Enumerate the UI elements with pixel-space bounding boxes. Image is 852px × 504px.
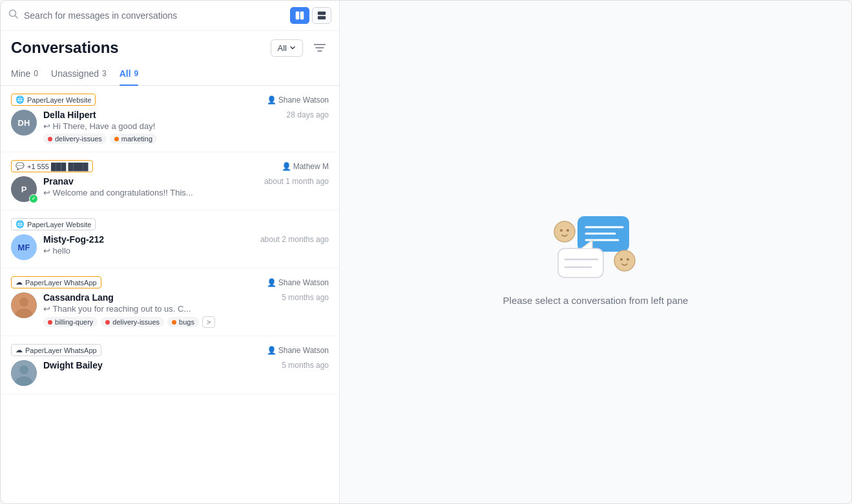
- svg-point-26: [620, 258, 623, 261]
- tab-all[interactable]: All 9: [119, 62, 139, 85]
- avatar: MF: [11, 234, 37, 260]
- message-preview: ↩ Hi There, Have a good day!: [43, 121, 329, 131]
- search-input[interactable]: Search for messages in conversations: [24, 10, 285, 21]
- agent-name: Mathew M: [293, 162, 329, 171]
- contact-name: Pranav: [43, 176, 74, 186]
- tag: marketing: [110, 134, 157, 144]
- conversation-meta-top: ☁ PaperLayer WhatsApp 👤 Shane Watson: [11, 276, 329, 288]
- message-preview: ↩ Welcome and congratulations!! This...: [43, 188, 329, 197]
- source-icon: 🌐: [16, 220, 25, 228]
- avatar: DH: [11, 110, 37, 136]
- conversation-body: Cassandra Lang 5 months ago ↩ Thank you …: [11, 292, 329, 328]
- name-row: Dwight Bailey 5 months ago: [43, 360, 329, 370]
- split-view-button[interactable]: [290, 7, 309, 24]
- name-row: Cassandra Lang 5 months ago: [43, 292, 329, 303]
- search-bar: Search for messages in conversations: [1, 1, 339, 31]
- tab-mine-label: Mine: [11, 68, 30, 79]
- chevron-down-icon: [289, 45, 296, 51]
- tag-dot: [105, 320, 110, 325]
- contact-name: Cassandra Lang: [43, 292, 114, 303]
- tab-unassigned-label: Unassigned: [51, 68, 99, 79]
- conversation-info: Pranav about 1 month ago ↩ Welcome and c…: [43, 176, 329, 200]
- more-tags-button[interactable]: >: [202, 316, 215, 328]
- view-toggle-group: [290, 7, 331, 24]
- message-preview: ↩ Thank you for reaching out to us. C...: [43, 304, 329, 314]
- avatar-text: P: [21, 185, 27, 194]
- tab-mine-count: 0: [34, 69, 38, 78]
- tag-label: delivery-issues: [55, 135, 102, 143]
- conversation-time: 5 months ago: [282, 361, 329, 370]
- source-label: PaperLayer Website: [27, 96, 91, 104]
- conversation-meta-top: 🌐 PaperLayer Website 👤 Shane Watson: [11, 94, 329, 106]
- full-view-button[interactable]: [312, 7, 331, 24]
- filter-dropdown-label: All: [278, 43, 287, 53]
- source-badge: 🌐 PaperLayer Website: [11, 94, 96, 106]
- source-label: PaperLayer WhatsApp: [25, 347, 97, 354]
- tab-unassigned[interactable]: Unassigned 3: [51, 62, 107, 85]
- tab-mine[interactable]: Mine 0: [11, 62, 38, 85]
- tabs: Mine 0 Unassigned 3 All 9: [1, 62, 339, 86]
- empty-state-text: Please select a conversation from left p…: [503, 295, 689, 306]
- tag-dot: [48, 320, 52, 325]
- agent-label: 👤 Shane Watson: [267, 96, 329, 105]
- source-badge: ☁ PaperLayer WhatsApp: [11, 344, 101, 356]
- agent-icon: 👤: [267, 96, 276, 105]
- conversation-item[interactable]: 🌐 PaperLayer Website MF Misty-Fog-212 ab…: [1, 210, 339, 268]
- agent-name: Shane Watson: [278, 346, 329, 355]
- conversation-item[interactable]: ☁ PaperLayer WhatsApp 👤 Shane Watson: [1, 336, 339, 394]
- tag-label: delivery-issues: [112, 318, 160, 326]
- svg-point-27: [627, 258, 629, 261]
- conversation-body: DH Della Hilpert 28 days ago ↩ Hi There,…: [11, 110, 329, 144]
- tab-all-label: All: [119, 68, 131, 79]
- agent-icon: 👤: [267, 346, 276, 355]
- message-preview: ↩ hello: [43, 246, 329, 256]
- avatar: [11, 292, 37, 318]
- svg-rect-3: [300, 12, 304, 19]
- tag-dot: [114, 137, 119, 141]
- conversation-info: Misty-Fog-212 about 2 months ago ↩ hello: [43, 234, 329, 258]
- tag: bugs: [167, 317, 199, 327]
- tag: delivery-issues: [101, 317, 164, 327]
- conversation-time: 28 days ago: [287, 110, 329, 119]
- contact-name: Misty-Fog-212: [43, 234, 104, 245]
- filter-icon-button[interactable]: [311, 39, 329, 57]
- agent-icon: 👤: [267, 278, 276, 287]
- agent-label: 👤 Shane Watson: [267, 278, 329, 287]
- conversation-meta-top: ☁ PaperLayer WhatsApp 👤 Shane Watson: [11, 344, 329, 356]
- conversation-tags: billing-query delivery-issues bugs >: [43, 316, 329, 328]
- svg-rect-5: [318, 16, 326, 19]
- source-label: PaperLayer Website: [27, 221, 91, 228]
- svg-point-17: [566, 229, 569, 232]
- conversation-item[interactable]: 💬 +1 555 ███ ████ 👤 Mathew M P ✓ Pranav …: [1, 152, 339, 210]
- tab-all-count: 9: [134, 69, 139, 78]
- tag-label: bugs: [179, 318, 194, 326]
- tag-label: marketing: [121, 135, 152, 143]
- conversation-info: Dwight Bailey 5 months ago: [43, 360, 329, 372]
- source-badge: ☁ PaperLayer WhatsApp: [11, 276, 101, 288]
- avatar: P ✓: [11, 176, 37, 202]
- svg-point-13: [19, 365, 28, 374]
- name-row: Misty-Fog-212 about 2 months ago: [43, 234, 329, 245]
- right-panel: Please select a conversation from left p…: [340, 1, 851, 503]
- agent-icon: 👤: [282, 162, 291, 171]
- avatar-text: MF: [18, 243, 30, 252]
- agent-name: Shane Watson: [278, 96, 329, 105]
- tag-label: billing-query: [55, 318, 93, 326]
- svg-point-10: [19, 297, 28, 307]
- conversation-item[interactable]: 🌐 PaperLayer Website 👤 Shane Watson DH D…: [1, 86, 339, 152]
- conversation-meta-top: 🌐 PaperLayer Website: [11, 218, 329, 230]
- agent-label: 👤 Shane Watson: [267, 346, 329, 355]
- source-icon: 💬: [16, 162, 25, 170]
- conversation-time: about 1 month ago: [264, 177, 329, 186]
- empty-state: Please select a conversation from left p…: [503, 198, 689, 306]
- tag-dot: [172, 320, 176, 325]
- conversation-time: 5 months ago: [282, 293, 329, 302]
- contact-name: Dwight Bailey: [43, 360, 103, 370]
- svg-rect-4: [318, 12, 326, 15]
- tag-dot: [48, 137, 52, 141]
- contact-name: Della Hilpert: [43, 110, 96, 120]
- svg-line-1: [16, 16, 18, 19]
- svg-point-16: [560, 229, 563, 232]
- conversation-item[interactable]: ☁ PaperLayer WhatsApp 👤 Shane Watson: [1, 268, 339, 336]
- filter-dropdown[interactable]: All: [271, 39, 303, 57]
